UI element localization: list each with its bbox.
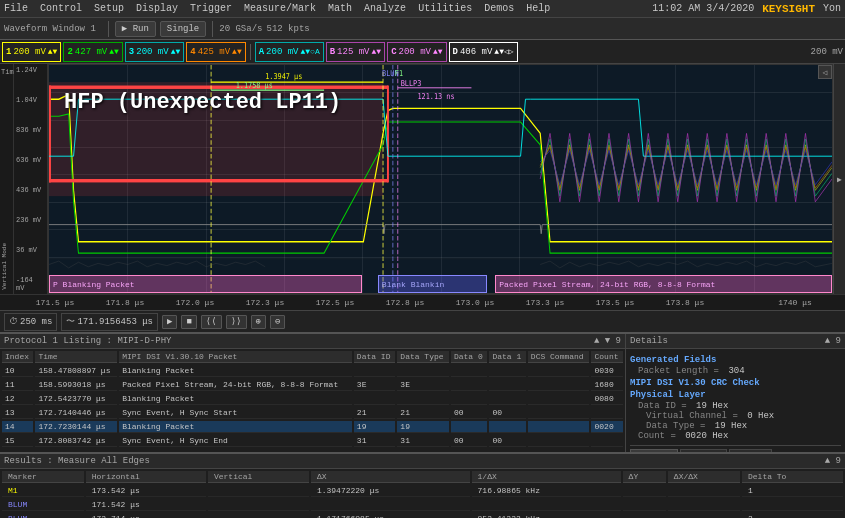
channel-1-ctrl[interactable]: 1 200 mV ▲▼ [2, 42, 61, 62]
forward-button[interactable]: ⟩⟩ [226, 315, 247, 329]
channel-2-ctrl[interactable]: 2 427 mV ▲▼ [63, 42, 122, 62]
cell-dataid [354, 393, 396, 405]
scope-display[interactable]: 1.3947 μs 1.1758 μs BLUN F1 BLLP3 121.13… [48, 64, 833, 294]
cell-packet: Packed Pixel Stream, 24-bit RGB, 8-8-8 F… [119, 379, 352, 391]
details-tab[interactable]: Details [630, 449, 678, 452]
play-button[interactable]: ▶ [162, 315, 177, 329]
col-data0: Data 0 [451, 351, 487, 363]
single-button[interactable]: Single [160, 21, 206, 37]
cell-packet: Blanking Packet [119, 421, 352, 433]
channel-3-ctrl[interactable]: 3 200 mV ▲▼ [125, 42, 184, 62]
ch3-arrows[interactable]: ▲▼ [171, 47, 181, 56]
chd-label: D [453, 47, 458, 57]
table-row-selected[interactable]: 14 172.7230144 μs Blanking Packet 19 19 … [2, 421, 623, 433]
rewind-button[interactable]: ⟨⟨ [201, 315, 222, 329]
chc-val: 200 mV [399, 47, 431, 57]
time-tick-1: 171.8 μs [106, 298, 144, 307]
result-row-m1[interactable]: M1 173.542 μs 1.39472220 μs 716.98865 kH… [2, 485, 843, 497]
stop-button[interactable]: ■ [181, 315, 196, 329]
time-tick-2: 172.0 μs [176, 298, 214, 307]
toolbar-separator [108, 21, 109, 37]
packet-pixel-stream: Packed Pixel Stream, 24-bit RGB, 8-8-8 F… [495, 275, 832, 293]
res-delta-blum2: 3 [742, 513, 843, 518]
ch2-arrows[interactable]: ▲▼ [109, 47, 119, 56]
svg-rect-2 [49, 86, 51, 183]
chd-icons[interactable]: ▲▼◁▷ [494, 47, 513, 56]
cell-data1 [489, 365, 525, 377]
menu-file[interactable]: File [4, 3, 28, 14]
cell-data1 [489, 393, 525, 405]
cell-index: 13 [2, 407, 33, 419]
res-ratio-blum1 [668, 499, 740, 511]
result-row-blum2[interactable]: BLUM 172.714 μs 1.171766085 μs 853.41232… [2, 513, 843, 518]
menu-setup[interactable]: Setup [94, 3, 124, 14]
cell-datatype [397, 365, 449, 377]
scope-collapse-button[interactable]: ◁ [818, 65, 832, 79]
ch4-arrows[interactable]: ▲▼ [232, 47, 242, 56]
timestamp: 11:02 AM 3/4/2020 [652, 3, 754, 14]
table-row[interactable]: 11 158.5993018 μs Packed Pixel Stream, 2… [2, 379, 623, 391]
time-tick-4: 172.5 μs [316, 298, 354, 307]
menu-control[interactable]: Control [40, 3, 82, 14]
channel-c-ctrl[interactable]: C 200 mV ▲▼ [387, 42, 446, 62]
table-row[interactable]: 16 172.8172449 μs Blanking Packet 19 19 … [2, 449, 623, 452]
res-dy-m1 [623, 485, 666, 497]
res-col-vertical: Vertical [208, 471, 309, 483]
res-col-dx: ΔX [311, 471, 470, 483]
table-row[interactable]: 15 172.8083742 μs Sync Event, H Sync End… [2, 435, 623, 447]
channel-b-ctrl[interactable]: B 125 mV ▲▼ [326, 42, 385, 62]
memory-depth: 512 kpts [266, 24, 309, 34]
ch1-arrows[interactable]: ▲▼ [48, 47, 58, 56]
details-title: Details [630, 336, 668, 346]
header-tab[interactable]: Header [729, 449, 772, 452]
cell-data1 [489, 421, 525, 433]
zoom-out-button[interactable]: ⊖ [270, 315, 285, 329]
channel-4-ctrl[interactable]: 4 425 mV ▲▼ [186, 42, 245, 62]
result-row-blum1[interactable]: BLUM 171.542 μs [2, 499, 843, 511]
results-collapse[interactable]: ▲ 9 [825, 456, 841, 466]
cell-packet: Blanking Packet [119, 449, 352, 452]
col-count: Count [591, 351, 623, 363]
time-tick-5: 172.8 μs [386, 298, 424, 307]
cell-time: 172.8172449 μs [35, 449, 117, 452]
menu-help[interactable]: Help [526, 3, 550, 14]
table-row[interactable]: 12 172.5423770 μs Blanking Packet 0080 [2, 393, 623, 405]
window-title: Waveform Window 1 [4, 24, 96, 34]
brand-logo: KEYSIGHT [762, 3, 815, 15]
table-row[interactable]: 13 172.7140446 μs Sync Event, H Sync Sta… [2, 407, 623, 419]
menu-demos[interactable]: Demos [484, 3, 514, 14]
cell-data0 [451, 379, 487, 391]
cell-datatype: 3E [397, 379, 449, 391]
details-collapse[interactable]: ▲ 9 [825, 336, 841, 346]
cell-time: 158.5993018 μs [35, 379, 117, 391]
run-button[interactable]: ▶ Run [115, 21, 156, 37]
res-col-marker: Marker [2, 471, 84, 483]
menu-display[interactable]: Display [136, 3, 178, 14]
cell-dataid: 21 [354, 407, 396, 419]
channel-d-ctrl[interactable]: D 406 mV ▲▼◁▷ [449, 42, 518, 62]
cha-val: 200 mV [266, 47, 298, 57]
res-horiz-m1: 173.542 μs [86, 485, 206, 497]
res-col-horizontal: Horizontal [86, 471, 206, 483]
menu-trigger[interactable]: Trigger [190, 3, 232, 14]
menu-utilities[interactable]: Utilities [418, 3, 472, 14]
right-panel-collapse[interactable]: ▶ [833, 64, 845, 294]
chb-icons[interactable]: ▲▼ [372, 47, 382, 56]
menu-measure[interactable]: Measure/Mark [244, 3, 316, 14]
cell-data0: 00 [451, 407, 487, 419]
position-value: 171.9156453 μs [77, 317, 153, 327]
detail-section-generated: Generated Fields [630, 355, 841, 365]
details-panel: Details ▲ 9 Generated Fields Packet Leng… [625, 334, 845, 452]
cell-dataid: 31 [354, 435, 396, 447]
res-marker-m1: M1 [2, 485, 84, 497]
protocol-header: Protocol 1 Listing : MIPI-D-PHY ▲ ▼ 9 [0, 334, 625, 349]
payload-tab[interactable]: Payload [680, 449, 728, 452]
zoom-in-button[interactable]: ⊕ [251, 315, 266, 329]
menu-analyze[interactable]: Analyze [364, 3, 406, 14]
proto-collapse-btn[interactable]: ▲ ▼ 9 [594, 336, 621, 346]
menu-math[interactable]: Math [328, 3, 352, 14]
table-row[interactable]: 10 158.47808897 μs Blanking Packet 0030 [2, 365, 623, 377]
chc-icons[interactable]: ▲▼ [433, 47, 443, 56]
cha-icons[interactable]: ▲▼○A [301, 47, 320, 56]
channel-a-ctrl[interactable]: A 200 mV ▲▼○A [255, 42, 324, 62]
